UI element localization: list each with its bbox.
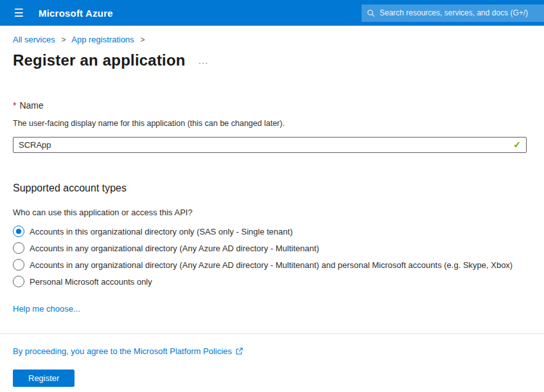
policy-row: By proceeding, you agree to the Microsof… [13, 346, 531, 356]
help-me-choose-link[interactable]: Help me choose... [13, 304, 80, 314]
radio-button[interactable] [13, 226, 24, 237]
radio-button[interactable] [13, 276, 24, 287]
title-row: Register an application ··· [0, 45, 544, 69]
radio-label: Accounts in any organizational directory… [30, 244, 319, 253]
name-help-text: The user-facing display name for this ap… [13, 119, 531, 128]
section-divider [0, 334, 544, 334]
hamburger-icon: ☰ [13, 6, 23, 20]
account-types-heading: Supported account types [13, 183, 531, 194]
search-input[interactable] [380, 8, 539, 17]
account-type-option-multitenant[interactable]: Accounts in any organizational directory… [0, 240, 544, 256]
external-link-icon [235, 347, 243, 355]
breadcrumb-separator: > [61, 35, 66, 44]
register-button[interactable]: Register [13, 370, 75, 387]
radio-button[interactable] [13, 259, 24, 271]
platform-policies-link[interactable]: By proceeding, you agree to the Microsof… [13, 346, 232, 356]
ellipsis-icon: ··· [198, 58, 209, 67]
required-asterisk: * [13, 100, 16, 111]
radio-label: Accounts in this organizational director… [30, 227, 293, 236]
azure-brand[interactable]: Microsoft Azure [39, 8, 113, 19]
radio-button[interactable] [13, 242, 24, 254]
account-type-option-multitenant-personal[interactable]: Accounts in any organizational directory… [0, 256, 544, 273]
account-types-question: Who can use this application or access t… [13, 208, 531, 217]
page-title: Register an application [13, 51, 186, 69]
name-input[interactable] [13, 137, 527, 153]
radio-label: Personal Microsoft accounts only [30, 277, 152, 287]
search-icon [367, 9, 375, 17]
account-type-option-personal-only[interactable]: Personal Microsoft accounts only [0, 273, 544, 290]
name-field-label: *Name [13, 100, 531, 111]
global-search [362, 4, 544, 22]
name-label-text: Name [19, 100, 43, 111]
breadcrumb-separator: > [140, 35, 145, 44]
menu-button[interactable]: ☰ [8, 0, 30, 26]
valid-checkmark-icon: ✓ [513, 139, 521, 150]
breadcrumb-app-registrations[interactable]: App registrations [71, 35, 134, 44]
account-types-radio-group: Accounts in this organizational director… [0, 223, 544, 290]
more-button[interactable]: ··· [198, 54, 209, 67]
breadcrumb: All services > App registrations > [0, 26, 544, 45]
name-input-wrap: ✓ [13, 137, 527, 153]
breadcrumb-all-services[interactable]: All services [13, 35, 55, 44]
top-bar: ☰ Microsoft Azure [0, 0, 544, 26]
radio-label: Accounts in any organizational directory… [30, 260, 513, 270]
account-type-option-single-tenant[interactable]: Accounts in this organizational director… [0, 223, 544, 240]
